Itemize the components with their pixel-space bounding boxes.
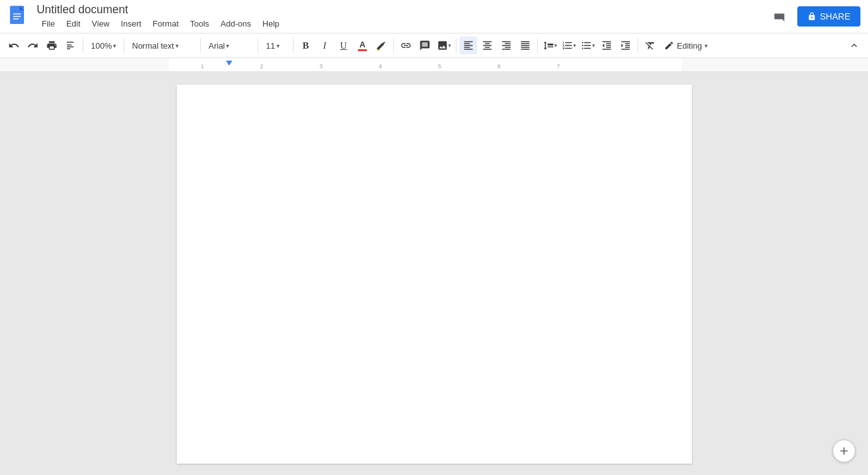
clear-formatting-icon [645, 40, 656, 51]
zoom-chevron: ▾ [113, 42, 116, 49]
font-family-chevron: ▾ [226, 42, 229, 49]
share-label: SHARE [820, 11, 850, 21]
divider-5 [293, 38, 294, 53]
insert-link-button[interactable] [397, 37, 415, 54]
main-content-area [0, 72, 868, 475]
highlight-color-button[interactable] [372, 37, 390, 54]
divider-7 [456, 38, 456, 53]
document-page[interactable] [177, 85, 692, 464]
svg-rect-3 [13, 13, 21, 15]
insert-image-button[interactable]: ▾ [435, 37, 453, 54]
align-left-icon [463, 40, 474, 51]
italic-button[interactable]: I [316, 37, 333, 54]
menu-edit[interactable]: Edit [61, 18, 85, 30]
document-title[interactable]: Untitled document [37, 3, 762, 17]
menu-file[interactable]: File [37, 18, 60, 30]
decrease-indent-icon [601, 40, 612, 51]
link-icon [400, 40, 412, 51]
underline-label: U [340, 40, 347, 51]
increase-indent-icon [620, 40, 631, 51]
align-right-icon [501, 40, 512, 51]
redo-button[interactable] [24, 37, 42, 54]
print-icon [46, 40, 57, 51]
ruler-mark-3: 3 [319, 63, 323, 69]
bullet-list-icon [581, 40, 592, 51]
menu-bar: File Edit View Insert Format Tools Add-o… [37, 18, 762, 30]
paint-format-button[interactable] [62, 37, 80, 54]
clear-formatting-button[interactable] [641, 37, 659, 54]
justify-icon [520, 40, 531, 51]
editing-mode-label: Editing [677, 41, 702, 51]
ruler-mark-6: 6 [497, 63, 501, 69]
bullet-list-chevron: ▾ [592, 42, 595, 49]
justify-button[interactable] [516, 37, 534, 54]
ruler-mark-4: 4 [379, 63, 382, 69]
font-size-value: 11 [266, 41, 275, 51]
align-right-button[interactable] [497, 37, 515, 54]
divider-1 [83, 38, 83, 53]
divider-4 [258, 38, 258, 53]
ruler-inner: // We'll use CSS for this 1 2 3 4 5 6 7 [169, 58, 682, 71]
redo-icon [27, 40, 39, 51]
font-family-value: Arial [208, 41, 225, 51]
print-button[interactable] [43, 37, 61, 54]
divider-3 [200, 38, 201, 53]
comments-icon [773, 10, 786, 23]
divider-8 [537, 38, 538, 53]
font-family-dropdown[interactable]: Arial ▾ [204, 37, 254, 54]
collapse-toolbar-button[interactable] [845, 37, 863, 54]
text-style-dropdown[interactable]: Normal text ▾ [128, 37, 197, 54]
font-color-icon: A [358, 40, 367, 51]
increase-indent-button[interactable] [617, 37, 634, 54]
svg-rect-6 [378, 50, 381, 51]
numbered-list-icon [562, 40, 573, 51]
fab-button[interactable] [833, 440, 855, 462]
menu-help[interactable]: Help [258, 18, 285, 30]
svg-rect-5 [13, 18, 19, 20]
editing-mode-dropdown[interactable]: Editing ▾ [660, 37, 711, 54]
menu-view[interactable]: View [86, 18, 114, 30]
italic-label: I [323, 40, 326, 51]
align-center-button[interactable] [479, 37, 496, 54]
menu-addons[interactable]: Add-ons [215, 18, 256, 30]
editing-chevron: ▾ [705, 42, 708, 49]
insert-image-icon [437, 40, 448, 51]
zoom-value: 100% [91, 41, 112, 51]
decrease-indent-button[interactable] [598, 37, 615, 54]
plus-icon [838, 445, 850, 457]
undo-button[interactable] [5, 37, 23, 54]
image-chevron: ▾ [448, 42, 451, 49]
svg-rect-4 [13, 16, 21, 17]
highlight-icon [376, 40, 387, 51]
menu-format[interactable]: Format [148, 18, 184, 30]
bold-label: B [302, 40, 309, 51]
bullet-list-button[interactable]: ▾ [579, 37, 597, 54]
tab-stop-marker [226, 61, 232, 66]
numbered-list-button[interactable]: ▾ [560, 37, 578, 54]
title-bar-right: SHARE [768, 5, 860, 28]
paint-format-icon [65, 40, 76, 51]
ruler-mark-1: 1 [201, 63, 204, 69]
divider-9 [638, 38, 638, 53]
share-button[interactable]: SHARE [797, 6, 860, 27]
ruler-mark-7: 7 [557, 63, 560, 69]
docs-logo-icon [8, 5, 30, 28]
line-spacing-button[interactable]: ▾ [541, 37, 559, 54]
comments-button[interactable] [768, 5, 791, 28]
font-size-chevron: ▾ [276, 42, 280, 49]
zoom-dropdown[interactable]: 100% ▾ [86, 37, 121, 54]
underline-button[interactable]: U [335, 37, 352, 54]
insert-comment-icon [419, 40, 431, 51]
font-color-button[interactable]: A [354, 37, 371, 54]
align-left-button[interactable] [460, 37, 477, 54]
toolbar: 100% ▾ Normal text ▾ Arial ▾ 11 ▾ B I U … [0, 33, 868, 58]
bold-button[interactable]: B [297, 37, 314, 54]
font-size-dropdown[interactable]: 11 ▾ [261, 37, 290, 54]
menu-tools[interactable]: Tools [185, 18, 214, 30]
ruler-svg: // We'll use CSS for this [169, 58, 682, 72]
menu-insert[interactable]: Insert [116, 18, 146, 30]
divider-2 [124, 38, 124, 53]
text-style-chevron: ▾ [175, 42, 179, 49]
insert-comment-button[interactable] [416, 37, 434, 54]
ruler-mark-5: 5 [438, 63, 441, 69]
